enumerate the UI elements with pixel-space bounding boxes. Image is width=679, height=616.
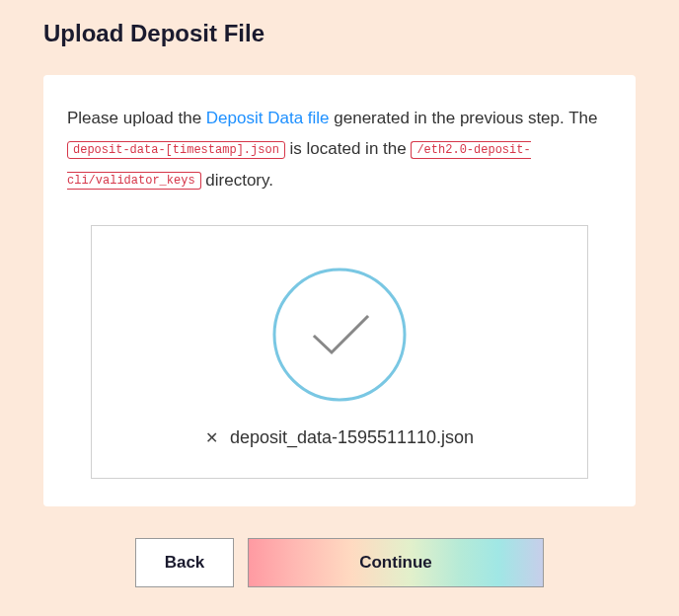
instructions-prefix: Please upload the <box>67 109 206 127</box>
action-bar: Back Continue <box>43 538 636 587</box>
file-dropzone[interactable]: ✕ deposit_data-1595511110.json <box>91 225 588 479</box>
remove-file-icon[interactable]: ✕ <box>205 430 218 446</box>
filename-badge: deposit-data-[timestamp].json <box>67 141 285 159</box>
svg-point-0 <box>274 270 405 400</box>
instructions-text: Please upload the Deposit Data file gene… <box>67 103 612 195</box>
instructions-after-link: generated in the previous step. The <box>330 109 598 127</box>
uploaded-file-row: ✕ deposit_data-1595511110.json <box>205 427 474 448</box>
back-button[interactable]: Back <box>135 538 234 587</box>
upload-card: Please upload the Deposit Data file gene… <box>43 75 636 506</box>
instructions-suffix: directory. <box>201 171 273 190</box>
deposit-data-file-link[interactable]: Deposit Data file <box>206 109 330 127</box>
uploaded-filename: deposit_data-1595511110.json <box>230 427 474 448</box>
instructions-between: is located in the <box>285 139 412 158</box>
continue-button[interactable]: Continue <box>248 538 544 587</box>
page-title: Upload Deposit File <box>43 20 636 47</box>
success-check-icon <box>270 266 409 404</box>
